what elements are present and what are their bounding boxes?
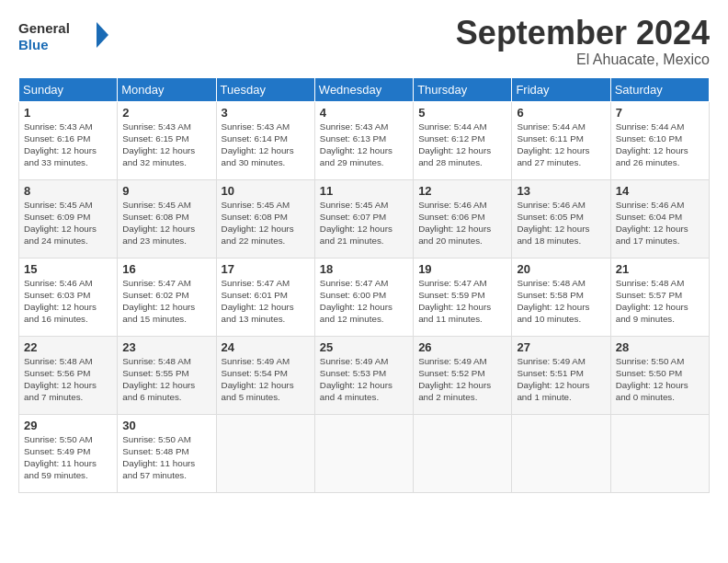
calendar-cell: 6Sunrise: 5:44 AM Sunset: 6:11 PM Daylig… [512, 101, 610, 179]
weekday-header-row: SundayMondayTuesdayWednesdayThursdayFrid… [19, 77, 710, 101]
day-number: 11 [320, 184, 408, 198]
day-number: 18 [320, 262, 408, 276]
weekday-header-sunday: Sunday [19, 77, 118, 101]
calendar-cell: 10Sunrise: 5:45 AM Sunset: 6:08 PM Dayli… [216, 179, 314, 258]
calendar-cell: 25Sunrise: 5:49 AM Sunset: 5:53 PM Dayli… [314, 336, 413, 414]
calendar-cell: 17Sunrise: 5:47 AM Sunset: 6:01 PM Dayli… [216, 258, 314, 336]
day-info: Sunrise: 5:45 AM Sunset: 6:08 PM Dayligh… [122, 199, 210, 247]
calendar-table: SundayMondayTuesdayWednesdayThursdayFrid… [18, 77, 710, 493]
calendar-week-1: 1Sunrise: 5:43 AM Sunset: 6:16 PM Daylig… [19, 101, 710, 179]
day-number: 3 [222, 106, 310, 120]
day-number: 14 [616, 184, 704, 198]
day-number: 10 [222, 184, 310, 198]
day-info: Sunrise: 5:44 AM Sunset: 6:11 PM Dayligh… [517, 121, 605, 169]
calendar-cell: 9Sunrise: 5:45 AM Sunset: 6:08 PM Daylig… [118, 179, 216, 258]
calendar-cell: 21Sunrise: 5:48 AM Sunset: 5:57 PM Dayli… [610, 258, 709, 336]
day-info: Sunrise: 5:47 AM Sunset: 6:00 PM Dayligh… [320, 277, 408, 326]
calendar-cell [414, 414, 512, 492]
calendar-cell: 12Sunrise: 5:46 AM Sunset: 6:06 PM Dayli… [414, 179, 512, 258]
day-number: 23 [122, 340, 210, 354]
day-number: 30 [122, 419, 210, 432]
calendar-cell: 3Sunrise: 5:43 AM Sunset: 6:14 PM Daylig… [216, 101, 314, 179]
location-title: El Ahuacate, Mexico [456, 52, 710, 68]
day-info: Sunrise: 5:49 AM Sunset: 5:54 PM Dayligh… [222, 355, 310, 404]
weekday-header-thursday: Thursday [414, 77, 512, 101]
day-number: 29 [24, 419, 112, 432]
day-number: 28 [616, 340, 704, 354]
calendar-cell: 26Sunrise: 5:49 AM Sunset: 5:52 PM Dayli… [414, 336, 512, 414]
day-info: Sunrise: 5:49 AM Sunset: 5:53 PM Dayligh… [320, 355, 408, 404]
weekday-header-wednesday: Wednesday [314, 77, 413, 101]
day-number: 7 [616, 106, 704, 120]
day-number: 12 [418, 184, 506, 198]
day-info: Sunrise: 5:48 AM Sunset: 5:55 PM Dayligh… [122, 355, 210, 404]
calendar-cell: 7Sunrise: 5:44 AM Sunset: 6:10 PM Daylig… [610, 101, 709, 179]
day-info: Sunrise: 5:43 AM Sunset: 6:15 PM Dayligh… [122, 121, 210, 169]
day-info: Sunrise: 5:45 AM Sunset: 6:07 PM Dayligh… [320, 199, 408, 247]
day-info: Sunrise: 5:50 AM Sunset: 5:49 PM Dayligh… [24, 433, 112, 482]
calendar-cell [216, 414, 314, 492]
calendar-cell: 14Sunrise: 5:46 AM Sunset: 6:04 PM Dayli… [610, 179, 709, 258]
calendar-cell: 13Sunrise: 5:46 AM Sunset: 6:05 PM Dayli… [512, 179, 610, 258]
title-block: September 2024 El Ahuacate, Mexico [456, 15, 710, 68]
calendar-cell: 19Sunrise: 5:47 AM Sunset: 5:59 PM Dayli… [414, 258, 512, 336]
svg-text:General: General [18, 20, 70, 36]
day-info: Sunrise: 5:46 AM Sunset: 6:04 PM Dayligh… [616, 199, 704, 247]
calendar-cell: 18Sunrise: 5:47 AM Sunset: 6:00 PM Dayli… [314, 258, 413, 336]
logo: General Blue [18, 15, 110, 56]
day-number: 1 [24, 106, 112, 120]
calendar-cell: 5Sunrise: 5:44 AM Sunset: 6:12 PM Daylig… [414, 101, 512, 179]
day-info: Sunrise: 5:47 AM Sunset: 6:01 PM Dayligh… [222, 277, 310, 326]
calendar-week-4: 22Sunrise: 5:48 AM Sunset: 5:56 PM Dayli… [19, 336, 710, 414]
svg-marker-2 [97, 22, 108, 48]
calendar-cell: 4Sunrise: 5:43 AM Sunset: 6:13 PM Daylig… [314, 101, 413, 179]
day-number: 20 [517, 262, 605, 276]
calendar-cell [314, 414, 413, 492]
calendar-week-2: 8Sunrise: 5:45 AM Sunset: 6:09 PM Daylig… [19, 179, 710, 258]
day-number: 17 [222, 262, 310, 276]
calendar-cell: 16Sunrise: 5:47 AM Sunset: 6:02 PM Dayli… [118, 258, 216, 336]
day-info: Sunrise: 5:46 AM Sunset: 6:05 PM Dayligh… [517, 199, 605, 247]
day-number: 8 [24, 184, 112, 198]
logo-svg: General Blue [18, 15, 110, 56]
svg-text:Blue: Blue [18, 37, 49, 52]
calendar-cell: 2Sunrise: 5:43 AM Sunset: 6:15 PM Daylig… [118, 101, 216, 179]
calendar-cell: 22Sunrise: 5:48 AM Sunset: 5:56 PM Dayli… [19, 336, 118, 414]
day-info: Sunrise: 5:50 AM Sunset: 5:50 PM Dayligh… [616, 355, 704, 404]
day-number: 4 [320, 106, 408, 120]
header: General Blue September 2024 El Ahuacate,… [18, 15, 710, 68]
day-info: Sunrise: 5:45 AM Sunset: 6:09 PM Dayligh… [24, 199, 112, 247]
calendar-cell [610, 414, 709, 492]
day-info: Sunrise: 5:48 AM Sunset: 5:56 PM Dayligh… [24, 355, 112, 404]
day-number: 13 [517, 184, 605, 198]
weekday-header-monday: Monday [118, 77, 216, 101]
calendar-cell [512, 414, 610, 492]
day-info: Sunrise: 5:44 AM Sunset: 6:12 PM Dayligh… [418, 121, 506, 169]
day-info: Sunrise: 5:47 AM Sunset: 5:59 PM Dayligh… [418, 277, 506, 326]
calendar-week-5: 29Sunrise: 5:50 AM Sunset: 5:49 PM Dayli… [19, 414, 710, 492]
day-info: Sunrise: 5:48 AM Sunset: 5:58 PM Dayligh… [517, 277, 605, 326]
calendar-cell: 29Sunrise: 5:50 AM Sunset: 5:49 PM Dayli… [19, 414, 118, 492]
day-number: 5 [418, 106, 506, 120]
calendar-cell: 1Sunrise: 5:43 AM Sunset: 6:16 PM Daylig… [19, 101, 118, 179]
weekday-header-saturday: Saturday [610, 77, 709, 101]
calendar-cell: 20Sunrise: 5:48 AM Sunset: 5:58 PM Dayli… [512, 258, 610, 336]
calendar-cell: 23Sunrise: 5:48 AM Sunset: 5:55 PM Dayli… [118, 336, 216, 414]
day-number: 24 [222, 340, 310, 354]
day-number: 27 [517, 340, 605, 354]
day-info: Sunrise: 5:43 AM Sunset: 6:13 PM Dayligh… [320, 121, 408, 169]
day-number: 26 [418, 340, 506, 354]
calendar-cell: 11Sunrise: 5:45 AM Sunset: 6:07 PM Dayli… [314, 179, 413, 258]
calendar-cell: 28Sunrise: 5:50 AM Sunset: 5:50 PM Dayli… [610, 336, 709, 414]
month-title: September 2024 [456, 15, 710, 52]
day-info: Sunrise: 5:47 AM Sunset: 6:02 PM Dayligh… [122, 277, 210, 326]
weekday-header-tuesday: Tuesday [216, 77, 314, 101]
day-info: Sunrise: 5:46 AM Sunset: 6:06 PM Dayligh… [418, 199, 506, 247]
day-number: 25 [320, 340, 408, 354]
day-number: 2 [122, 106, 210, 120]
calendar-cell: 27Sunrise: 5:49 AM Sunset: 5:51 PM Dayli… [512, 336, 610, 414]
day-info: Sunrise: 5:46 AM Sunset: 6:03 PM Dayligh… [24, 277, 112, 326]
day-info: Sunrise: 5:43 AM Sunset: 6:14 PM Dayligh… [222, 121, 310, 169]
day-info: Sunrise: 5:49 AM Sunset: 5:51 PM Dayligh… [517, 355, 605, 404]
day-info: Sunrise: 5:49 AM Sunset: 5:52 PM Dayligh… [418, 355, 506, 404]
